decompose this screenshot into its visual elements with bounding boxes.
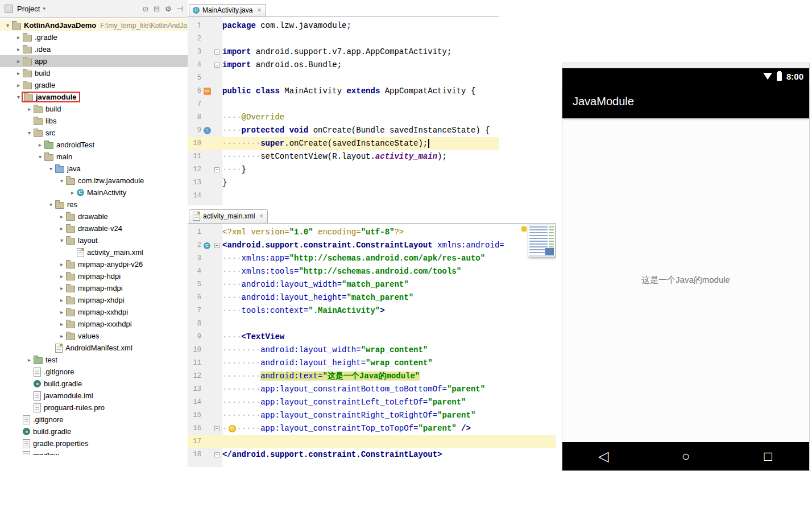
tree-item--gradle[interactable]: ▸.gradle: [0, 31, 188, 43]
fold-marker[interactable]: [213, 59, 221, 72]
chevron-collapsed-icon[interactable]: ▸: [57, 273, 66, 279]
tab-mainactivity-java[interactable]: C MainActivity.java ×: [189, 4, 266, 16]
chevron-expanded-icon[interactable]: ▾: [36, 154, 44, 160]
tab-activity-main-xml[interactable]: activity_main.xml ×: [189, 209, 268, 223]
code-line-10[interactable]: 10········super.onCreate(savedInstanceSt…: [188, 137, 499, 150]
code-line-17[interactable]: 17: [188, 435, 556, 448]
chevron-collapsed-icon[interactable]: ▸: [14, 82, 23, 88]
chevron-expanded-icon[interactable]: ▾: [3, 22, 12, 28]
chevron-collapsed-icon[interactable]: ▸: [57, 297, 66, 303]
code-line-12[interactable]: 12········android:text="这是一个Java的module": [188, 370, 556, 383]
tree-item-mipmap-mdpi[interactable]: ▸mipmap-mdpi: [0, 282, 188, 294]
tree-item-gradlew[interactable]: gradlew: [0, 449, 188, 455]
chevron-collapsed-icon[interactable]: ▸: [57, 225, 66, 232]
fold-marker[interactable]: [213, 163, 221, 176]
tree-item-activity-main-xml[interactable]: activity_main.xml: [0, 246, 188, 258]
tree-item-gradle[interactable]: ▸gradle: [0, 79, 188, 91]
code-line-14[interactable]: 14: [188, 189, 499, 203]
tree-item-values[interactable]: ▸values: [0, 330, 188, 342]
tree-item-mipmap-hdpi[interactable]: ▸mipmap-hdpi: [0, 270, 188, 282]
tree-item-com-lzw-javamodule[interactable]: ▾com.lzw.javamodule: [0, 175, 188, 187]
code-line-1[interactable]: 1package com.lzw.javamodule;: [188, 19, 499, 32]
code-line-10[interactable]: 10········android:layout_width="wrap_con…: [188, 344, 556, 357]
tree-item-libs[interactable]: libs: [0, 115, 188, 127]
code-line-8[interactable]: 8····@Override: [188, 111, 499, 124]
tree-item-java[interactable]: ▾java: [0, 163, 188, 175]
code-line-13[interactable]: 13}: [188, 176, 499, 189]
fold-marker[interactable]: [213, 448, 221, 461]
chevron-collapsed-icon[interactable]: ▸: [57, 213, 66, 220]
back-button[interactable]: ◁: [562, 442, 645, 470]
code-line-2[interactable]: 2: [188, 32, 499, 46]
code-line-3[interactable]: 3import android.support.v7.app.AppCompat…: [188, 46, 499, 59]
tree-item-mainactivity[interactable]: ▸CMainActivity: [0, 187, 188, 199]
tree-item-androidmanifest-xml[interactable]: AndroidManifest.xml: [0, 342, 188, 354]
chevron-collapsed-icon[interactable]: ▸: [57, 285, 66, 291]
chevron-expanded-icon[interactable]: ▾: [57, 177, 66, 184]
class-gutter-icon[interactable]: C: [201, 239, 213, 252]
code-line-14[interactable]: 14········app:layout_constraintLeft_toLe…: [188, 396, 556, 409]
tree-item-mipmap-xhdpi[interactable]: ▸mipmap-xhdpi: [0, 294, 188, 306]
tree-item-test[interactable]: ▸test: [0, 354, 188, 366]
tree-item--idea[interactable]: ▸.idea: [0, 43, 188, 55]
tree-item-src[interactable]: ▾src: [0, 127, 188, 139]
code-line-7[interactable]: 7····tools:context=".MainActivity">: [188, 304, 556, 317]
tree-item-build[interactable]: ▸build: [0, 67, 188, 79]
tree-item--gitignore[interactable]: .gitignore: [0, 414, 188, 426]
code-line-16[interactable]: 16········app:layout_constraintTop_toTop…: [188, 422, 556, 435]
tree-item-res[interactable]: ▾res: [0, 199, 188, 210]
code-line-5[interactable]: 5····android:layout_width="match_parent": [188, 278, 556, 291]
locate-icon[interactable]: ⊙: [142, 5, 148, 13]
tree-item-build[interactable]: ▸build: [0, 103, 188, 115]
code-line-18[interactable]: 18</android.support.constraint.Constrain…: [188, 448, 556, 461]
chevron-collapsed-icon[interactable]: ▸: [14, 34, 23, 40]
tree-item-gradle-properties[interactable]: gradle.properties: [0, 437, 188, 449]
chevron-expanded-icon[interactable]: ▾: [47, 166, 55, 172]
tree-item-drawable-v24[interactable]: ▸drawable-v24: [0, 222, 188, 234]
android-gutter-icon[interactable]: <>: [201, 85, 213, 98]
code-line-6[interactable]: 6<>public class MainActivity extends App…: [188, 85, 499, 98]
chevron-collapsed-icon[interactable]: ▸: [25, 106, 34, 112]
intention-bulb-icon[interactable]: [229, 425, 236, 432]
tree-item-androidtest[interactable]: ▸androidTest: [0, 139, 188, 151]
chevron-collapsed-icon[interactable]: ▸: [68, 189, 77, 196]
tree-item-proguard-rules-pro[interactable]: proguard-rules.pro: [0, 402, 188, 414]
code-line-7[interactable]: 7: [188, 98, 499, 111]
chevron-collapsed-icon[interactable]: ▸: [14, 46, 23, 52]
tree-item-javamodule-iml[interactable]: javamodule.iml: [0, 390, 188, 402]
tree-item-layout[interactable]: ▾layout: [0, 234, 188, 246]
code-line-9[interactable]: 9····<TextView: [188, 331, 556, 344]
code-line-3[interactable]: 3····xmlns:app="http://schemas.android.c…: [188, 252, 556, 265]
tree-item-app[interactable]: ▸app: [0, 55, 188, 67]
tree-item-mipmap-anydpi-v26[interactable]: ▸mipmap-anydpi-v26: [0, 258, 188, 270]
code-line-2[interactable]: 2C<android.support.constraint.Constraint…: [188, 239, 556, 252]
tree-item-mipmap-xxxhdpi[interactable]: ▸mipmap-xxxhdpi: [0, 318, 188, 330]
recents-button[interactable]: □: [727, 442, 809, 470]
chevron-collapsed-icon[interactable]: ▸: [36, 142, 44, 148]
chevron-collapsed-icon[interactable]: ▸: [57, 261, 66, 267]
tree-item-mipmap-xxhdpi[interactable]: ▸mipmap-xxhdpi: [0, 306, 188, 318]
settings-gear-icon[interactable]: ⚙: [165, 5, 172, 13]
code-line-8[interactable]: 8: [188, 317, 556, 331]
fold-marker[interactable]: [213, 46, 221, 59]
chevron-collapsed-icon[interactable]: ▸: [14, 58, 23, 64]
collapse-all-icon[interactable]: ⊟: [154, 5, 160, 13]
tree-item-kotlinandjavademo[interactable]: ▾KotlinAndJavaDemoF:\my_temp_file\Kotlin…: [0, 19, 188, 31]
code-line-4[interactable]: 4import android.os.Bundle;: [188, 59, 499, 72]
code-line-6[interactable]: 6····android:layout_height="match_parent…: [188, 291, 556, 304]
code-line-11[interactable]: 11········android:layout_height="wrap_co…: [188, 357, 556, 370]
chevron-collapsed-icon[interactable]: ▸: [14, 70, 23, 76]
tree-item-build-gradle[interactable]: build.gradle: [0, 426, 188, 437]
code-line-1[interactable]: 1<?xml version="1.0" encoding="utf-8"?>: [188, 226, 556, 239]
java-code-area[interactable]: 1package com.lzw.javamodule;23import and…: [188, 17, 499, 205]
home-button[interactable]: ○: [645, 442, 727, 470]
fold-marker[interactable]: [213, 422, 221, 435]
code-line-4[interactable]: 4····xmlns:tools="http://schemas.android…: [188, 265, 556, 278]
close-tab-icon[interactable]: ×: [257, 6, 261, 14]
override-gutter-icon[interactable]: ↑: [201, 124, 213, 137]
close-tab-icon[interactable]: ×: [259, 212, 263, 220]
code-line-5[interactable]: 5: [188, 72, 499, 85]
code-line-9[interactable]: 9↑····protected void onCreate(Bundle sav…: [188, 124, 499, 137]
tree-item-javamodule[interactable]: ▾javamodule: [0, 91, 188, 103]
chevron-expanded-icon[interactable]: ▾: [57, 237, 66, 243]
